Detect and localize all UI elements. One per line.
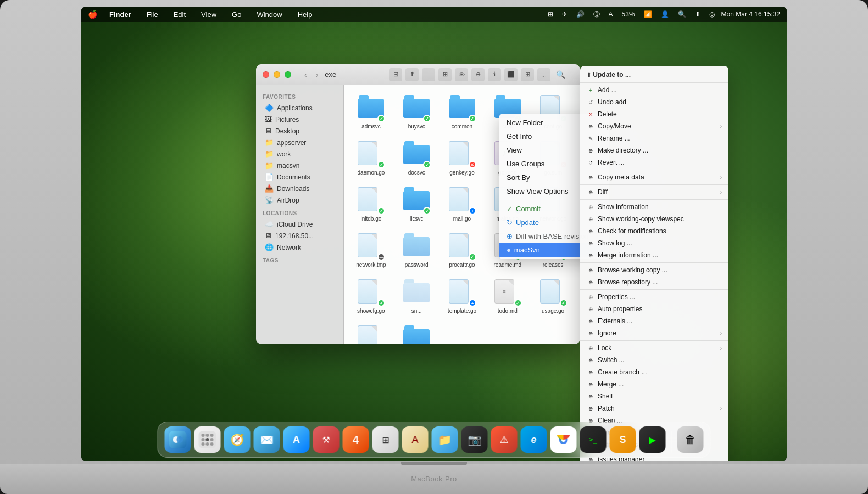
svn-show-wc[interactable]: ⊕ Show working-copy viewspec: [580, 213, 728, 225]
sidebar-item-icloud[interactable]: ☁️ iCloud Drive: [258, 218, 341, 230]
dock-iterm-app[interactable]: ▶: [639, 426, 666, 453]
svn-patch[interactable]: ⊕ Patch ›: [580, 402, 728, 414]
toolbar-view-options[interactable]: ⊞: [389, 68, 402, 81]
toolbar-tag[interactable]: ⊕: [471, 68, 485, 81]
apple-logo-icon[interactable]: 🍎: [88, 10, 97, 19]
file-item-websvc[interactable]: ✕ websvc: [396, 322, 437, 344]
nav-back-button[interactable]: ‹: [302, 69, 309, 80]
file-item-mail-go[interactable]: + mail.go: [442, 184, 483, 226]
systemicon-volume[interactable]: 🔊: [574, 9, 587, 19]
dock-screenshot-app[interactable]: 📷: [461, 426, 488, 453]
svn-merge-info[interactable]: ⊕ Merge information ...: [580, 249, 728, 261]
svn-shelf[interactable]: ⊕ Shelf: [580, 390, 728, 402]
file-item-daemon-go[interactable]: ✓ daemon.go: [350, 138, 392, 179]
file-item-buysvc[interactable]: ✓ buysvc: [396, 92, 437, 133]
toolbar-info[interactable]: ℹ: [488, 68, 501, 81]
window-maximize-button[interactable]: [285, 71, 291, 78]
svn-auto-props[interactable]: ⊕ Auto properties: [580, 303, 728, 315]
svn-copy-meta[interactable]: ⊕ Copy meta data ›: [580, 171, 728, 183]
dock-trash-app[interactable]: 🗑: [677, 426, 704, 453]
dock-terminal-app[interactable]: >_: [580, 426, 607, 453]
toolbar-grid-view[interactable]: ⊞: [438, 68, 452, 81]
toolbar-preview[interactable]: 👁: [455, 68, 468, 81]
svn-switch[interactable]: ⊕ Switch ...: [580, 354, 728, 366]
svn-show-log[interactable]: ⊕ Show log ...: [580, 237, 728, 249]
systemicon-wifi[interactable]: 📶: [642, 9, 654, 19]
systemicon-user[interactable]: 👤: [659, 9, 671, 19]
svn-merge[interactable]: ⊕ Merge ...: [580, 378, 728, 390]
svn-browse-wc[interactable]: ⊕ Browse working copy ...: [580, 264, 728, 276]
toolbar-list-view[interactable]: ≡: [422, 68, 435, 81]
svn-ignore[interactable]: ⊕ Ignore ›: [580, 327, 728, 339]
nav-forward-button[interactable]: ›: [314, 69, 321, 80]
dock-appstore[interactable]: A: [283, 426, 310, 453]
dock-safari[interactable]: 🧭: [224, 426, 251, 453]
systemicon-text[interactable]: A: [607, 9, 615, 19]
file-item-genkey-go[interactable]: ✕ genkey.go: [442, 138, 483, 179]
sidebar-item-work[interactable]: 📁 work: [258, 148, 341, 160]
toolbar-layout[interactable]: ⊞: [521, 68, 534, 81]
systemicon-bluetooth[interactable]: Ⓑ: [591, 9, 602, 20]
dock-finder[interactable]: [165, 426, 191, 453]
menu-edit[interactable]: Edit: [170, 9, 189, 20]
file-item-password[interactable]: password: [396, 230, 437, 272]
file-item-admsvc[interactable]: ✓ admsvc: [350, 92, 392, 133]
file-item-validate-go[interactable]: + validate.go: [350, 322, 392, 344]
file-item-template-go[interactable]: + template.go: [442, 276, 483, 318]
file-item-network-tmp[interactable]: — network.tmp: [350, 230, 392, 272]
toolbar-search-button[interactable]: 🔍: [554, 68, 567, 81]
sidebar-item-macsvn[interactable]: 📁 macsvn: [258, 160, 341, 171]
dock-launchpad[interactable]: [194, 426, 221, 453]
svn-externals[interactable]: ⊕ Externals ...: [580, 315, 728, 327]
sidebar-item-pictures[interactable]: 🖼 Pictures: [258, 114, 341, 125]
systemicon-airplane[interactable]: ✈: [560, 9, 570, 19]
svn-diff[interactable]: ⊕ Diff ›: [580, 186, 728, 198]
window-close-button[interactable]: [263, 71, 269, 78]
file-item-todo-md[interactable]: ≡ ✓ todo.md: [487, 276, 528, 318]
svn-revert[interactable]: ↺ Revert ...: [580, 156, 728, 169]
file-item-usage-go[interactable]: ✓ usage.go: [532, 276, 574, 318]
sidebar-item-desktop[interactable]: 🖥 Desktop: [258, 125, 341, 137]
svn-lock[interactable]: ⊕ Lock ›: [580, 342, 728, 354]
menu-finder[interactable]: Finder: [106, 9, 135, 20]
svn-add[interactable]: + Add ...: [580, 84, 728, 96]
dock-antivirus-app[interactable]: ⚠: [491, 426, 518, 453]
sidebar-item-ip[interactable]: 🖥 192.168.50...: [258, 230, 341, 242]
file-item-common[interactable]: ✓ common: [442, 92, 483, 133]
svn-rename[interactable]: ✎ Rename ...: [580, 132, 728, 144]
sidebar-item-documents[interactable]: 📄 Documents: [258, 171, 341, 183]
file-item-sn[interactable]: sn...: [396, 276, 437, 318]
sidebar-item-downloads[interactable]: 📥 Downloads: [258, 183, 341, 194]
svn-create-branch[interactable]: ⊕ Create branch ...: [580, 366, 728, 378]
svn-delete[interactable]: ✕ Delete: [580, 108, 728, 120]
sidebar-item-network[interactable]: 🌐 Network: [258, 242, 341, 253]
file-item-licsvc[interactable]: ✓ licsvc: [396, 184, 437, 226]
toolbar-screen[interactable]: ⬛: [504, 68, 518, 81]
svn-undo-add[interactable]: ↺ Undo add: [580, 96, 728, 108]
file-item-initdb-go[interactable]: ✓ initdb.go: [350, 184, 392, 226]
dock-edge-app[interactable]: e: [521, 426, 547, 453]
dock-creativework[interactable]: ⊞: [372, 426, 399, 453]
dock-files-app[interactable]: 📁: [432, 426, 458, 453]
svn-copy-move[interactable]: ⊕ Copy/Move ›: [580, 120, 728, 132]
systemicon-control[interactable]: ⊞: [546, 9, 555, 19]
svn-update-to[interactable]: ⬆ Update to ...: [580, 68, 728, 81]
dock-chrome-app[interactable]: [550, 426, 577, 453]
sidebar-item-airdrop[interactable]: 📡 AirDrop: [258, 194, 341, 206]
systemicon-share[interactable]: ⬆: [693, 9, 703, 19]
file-item-procattr-go[interactable]: ✓ procattr.go: [442, 230, 483, 272]
menu-window[interactable]: Window: [253, 9, 285, 20]
svn-check-mods[interactable]: ⊕ Check for modifications: [580, 225, 728, 237]
svn-properties[interactable]: ⊕ Properties ...: [580, 291, 728, 303]
dock-mail[interactable]: ✉️: [254, 426, 280, 453]
toolbar-share[interactable]: ⬆: [405, 68, 419, 81]
toolbar-more[interactable]: …: [537, 68, 550, 81]
systemicon-search[interactable]: 🔍: [676, 9, 688, 19]
svn-show-info[interactable]: ⊕ Show information: [580, 201, 728, 213]
file-item-showcfg-go[interactable]: ✓ showcfg.go: [350, 276, 392, 318]
window-minimize-button[interactable]: [274, 71, 280, 78]
svn-make-dir[interactable]: ⊕ Make directory ...: [580, 144, 728, 156]
sidebar-item-appserver[interactable]: 📁 appserver: [258, 137, 341, 148]
sidebar-item-applications[interactable]: 🔷 Applications: [258, 102, 341, 114]
menu-help[interactable]: Help: [294, 9, 316, 20]
